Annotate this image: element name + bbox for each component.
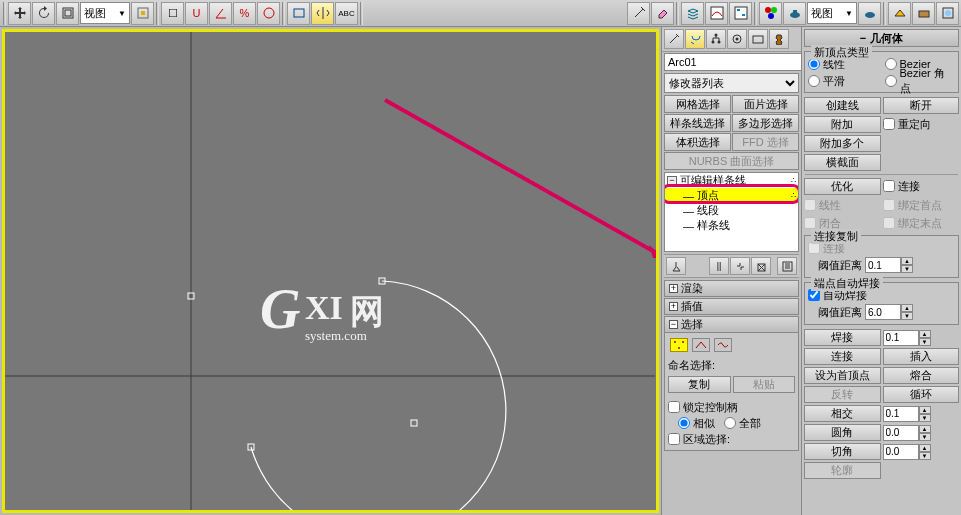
make-unique-icon[interactable] [730, 257, 750, 275]
select-object-icon[interactable]: ☐ [161, 2, 184, 25]
bezier-radio[interactable] [885, 58, 897, 70]
keymode-icon[interactable] [627, 2, 650, 25]
remove-mod-icon[interactable] [751, 257, 771, 275]
svg-point-18 [945, 10, 951, 16]
bindlast-check [883, 217, 895, 229]
face-select-button[interactable]: 面片选择 [732, 95, 799, 113]
teapot2-icon[interactable] [858, 2, 881, 25]
fuse-button[interactable]: 熔合 [883, 367, 960, 384]
angle-snap-icon[interactable] [209, 2, 232, 25]
optimize-button[interactable]: 优化 [804, 178, 881, 195]
scale-icon[interactable] [56, 2, 79, 25]
svg-rect-5 [294, 9, 304, 17]
show-end-icon[interactable]: || [709, 257, 729, 275]
mesh-select-button[interactable]: 网格选择 [664, 95, 731, 113]
subobj-spline-icon[interactable] [714, 338, 732, 352]
spline-select-button[interactable]: 样条线选择 [664, 114, 731, 132]
fillet-button[interactable]: 圆角 [804, 424, 881, 441]
ref-coord-dropdown[interactable]: 视图▼ [80, 2, 130, 24]
quick-render-icon[interactable] [912, 2, 935, 25]
modify-tab[interactable] [685, 29, 705, 49]
make-first-button[interactable]: 设为首顶点 [804, 367, 881, 384]
attach-button[interactable]: 附加 [804, 116, 881, 133]
bcorner-radio[interactable] [885, 75, 897, 87]
render-last-icon[interactable] [936, 2, 959, 25]
layer-icon[interactable] [681, 2, 704, 25]
cross-input[interactable] [883, 406, 919, 422]
configure-icon[interactable] [777, 257, 797, 275]
object-name-input[interactable] [664, 53, 801, 71]
subobj-segment-icon[interactable] [692, 338, 710, 352]
all-radio[interactable] [724, 417, 736, 429]
modifier-list-dropdown[interactable]: 修改器列表 [664, 73, 799, 93]
rollout-select[interactable]: −选择 [664, 316, 799, 333]
rollout-render[interactable]: +渲染 [664, 280, 799, 297]
lock-handles-check[interactable] [668, 401, 680, 413]
reverse-button: 反转 [804, 386, 881, 403]
chamfer-button[interactable]: 切角 [804, 443, 881, 460]
svg-line-25 [385, 100, 656, 255]
stack-segment[interactable]: —线段 [665, 203, 798, 218]
top-toolbar: 视图▼ ☐ U % ABC 视图▼ [0, 0, 961, 27]
fillet-input[interactable] [883, 425, 919, 441]
connect2-button[interactable]: 连接 [804, 348, 881, 365]
weld-button[interactable]: 焊接 [804, 329, 881, 346]
insert-button[interactable]: 插入 [883, 348, 960, 365]
render-scene-icon[interactable] [888, 2, 911, 25]
svg-rect-8 [737, 9, 740, 11]
schematic-icon[interactable] [729, 2, 752, 25]
percent-snap-icon[interactable]: % [233, 2, 256, 25]
display-tab[interactable] [748, 29, 768, 49]
stack-vertex[interactable]: —顶点∴ [665, 188, 798, 203]
spinner-snap-icon[interactable] [257, 2, 280, 25]
similar-radio[interactable] [678, 417, 690, 429]
snap-toggle-icon[interactable]: U [185, 2, 208, 25]
material-icon[interactable] [759, 2, 782, 25]
stack-spline[interactable]: —样条线 [665, 218, 798, 233]
teapot-icon[interactable] [783, 2, 806, 25]
copy-sel-button[interactable]: 复制 [668, 376, 731, 393]
abc-icon[interactable]: ABC [335, 2, 358, 25]
ref-coord-dropdown-2[interactable]: 视图▼ [807, 2, 857, 24]
region-sel-check[interactable] [668, 433, 680, 445]
viewport[interactable]: G XI 网 system.com [2, 29, 659, 513]
chamfer-input[interactable] [883, 444, 919, 460]
svg-rect-3 [141, 11, 145, 15]
poly-select-button[interactable]: 多边形选择 [732, 114, 799, 132]
motion-tab[interactable] [727, 29, 747, 49]
create-line-button[interactable]: 创建线 [804, 97, 881, 114]
curve-editor-icon[interactable] [705, 2, 728, 25]
svg-rect-14 [793, 10, 797, 13]
rotate-icon[interactable] [32, 2, 55, 25]
cycle-button[interactable]: 循环 [883, 386, 960, 403]
svg-point-12 [768, 13, 774, 19]
eraser-icon[interactable] [651, 2, 674, 25]
command-tabs [662, 27, 801, 52]
cross-insert-button[interactable]: 相交 [804, 405, 881, 422]
vol-select-button[interactable]: 体积选择 [664, 133, 731, 151]
attach-mult-button[interactable]: 附加多个 [804, 135, 881, 152]
modifier-stack[interactable]: −可编辑样条线∴ —顶点∴ —线段 —样条线 [664, 172, 799, 252]
weld-input[interactable] [883, 330, 919, 346]
hierarchy-tab[interactable] [706, 29, 726, 49]
utilities-tab[interactable] [769, 29, 789, 49]
subobj-vertex-icon[interactable] [670, 338, 688, 352]
pin-stack-icon[interactable] [666, 257, 686, 275]
rollout-interp[interactable]: +插值 [664, 298, 799, 315]
svg-rect-32 [753, 36, 763, 43]
named-sel-icon[interactable] [287, 2, 310, 25]
thresh-dist-input[interactable] [865, 257, 901, 273]
smooth-radio[interactable] [808, 75, 820, 87]
mirror-icon[interactable] [311, 2, 334, 25]
connect-check[interactable] [883, 180, 895, 192]
pan-icon[interactable] [8, 2, 31, 25]
break-button[interactable]: 断开 [883, 97, 960, 114]
pivot-icon[interactable] [131, 2, 154, 25]
reorient-check[interactable] [883, 118, 895, 130]
thresh-dist2-input[interactable] [865, 304, 901, 320]
cross-section-button[interactable]: 横截面 [804, 154, 881, 171]
stack-root[interactable]: −可编辑样条线∴ [665, 173, 798, 188]
svg-point-30 [733, 35, 741, 43]
svg-point-36 [682, 341, 684, 343]
create-tab[interactable] [664, 29, 684, 49]
